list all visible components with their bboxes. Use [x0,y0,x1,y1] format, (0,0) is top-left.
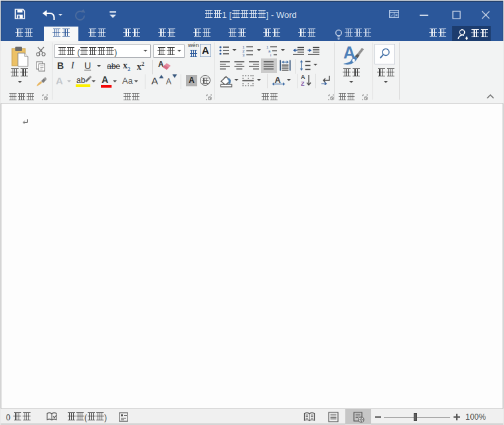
svg-text:Z: Z [301,80,305,86]
svg-text:i: i [270,53,271,56]
svg-text:A: A [275,75,282,85]
svg-text:3: 3 [242,53,245,56]
svg-text:A: A [301,74,305,80]
